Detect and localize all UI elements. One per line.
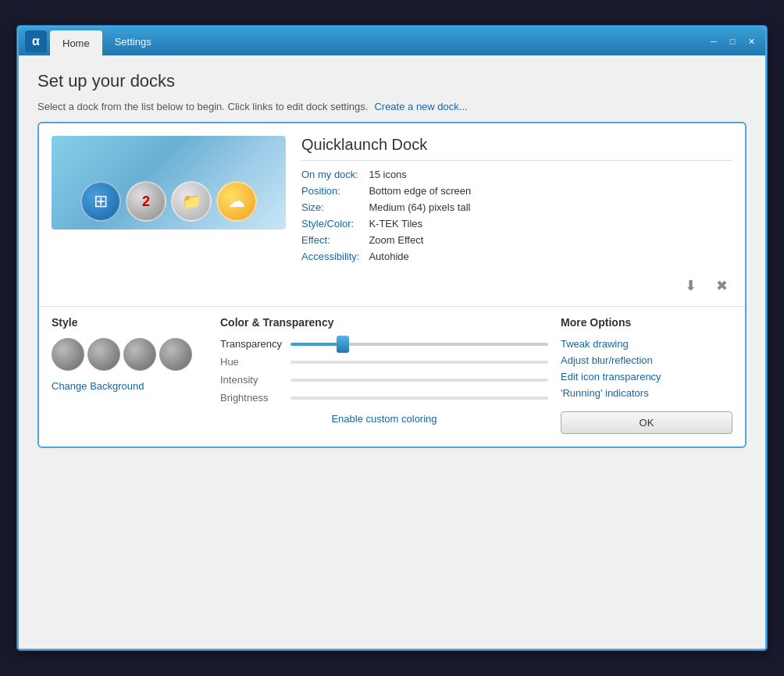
app-logo: α bbox=[25, 30, 47, 52]
intensity-slider-row: Intensity bbox=[220, 374, 548, 386]
dock-icon-folder bbox=[171, 181, 212, 222]
minimize-button[interactable]: ─ bbox=[706, 35, 722, 48]
restore-button[interactable]: □ bbox=[725, 35, 740, 48]
prop-label-style[interactable]: Style/Color: bbox=[301, 218, 359, 229]
create-dock-link[interactable]: Create a new dock... bbox=[374, 101, 467, 112]
prop-value-accessibility: Autohide bbox=[369, 251, 732, 262]
page-title: Set up your docks bbox=[37, 71, 747, 91]
dock-actions: ⬇ ✖ bbox=[52, 272, 732, 297]
style-section: Style Change Background bbox=[52, 316, 208, 434]
title-bar: α Home Settings ─ □ ✕ bbox=[19, 27, 765, 55]
transparency-slider-row: Transparency bbox=[220, 338, 548, 350]
dock-title: Quicklaunch Dock bbox=[301, 136, 732, 161]
style-icons bbox=[52, 338, 208, 371]
brightness-slider-track bbox=[290, 397, 548, 400]
more-options-title: More Options bbox=[561, 316, 732, 329]
style-icon-1[interactable] bbox=[52, 338, 84, 371]
style-icon-4[interactable] bbox=[159, 338, 192, 371]
more-options-list: Tweak drawing Adjust blur/reflection Edi… bbox=[561, 338, 732, 399]
prop-label-size: Size: bbox=[301, 201, 359, 213]
prop-label-position: Position: bbox=[301, 185, 359, 197]
prop-value-position: Bottom edge of screen bbox=[369, 185, 732, 197]
transparency-label: Transparency bbox=[220, 338, 283, 350]
prop-label-accessibility: Accessibility: bbox=[301, 251, 359, 262]
intensity-label: Intensity bbox=[220, 374, 283, 386]
prop-value-on-my-dock: 15 icons bbox=[369, 169, 732, 180]
tab-home[interactable]: Home bbox=[50, 30, 102, 55]
style-icon-3[interactable] bbox=[123, 338, 156, 371]
prop-label-on-my-dock[interactable]: On my dock: bbox=[301, 169, 359, 180]
dock-details: Quicklaunch Dock On my dock: 15 icons Po… bbox=[301, 136, 732, 262]
dock-panel: Quicklaunch Dock On my dock: 15 icons Po… bbox=[37, 122, 747, 448]
color-section-title: Color & Transparency bbox=[220, 316, 548, 329]
edit-icon-transparency-link[interactable]: Edit icon transparency bbox=[561, 371, 732, 382]
prop-label-effect: Effect: bbox=[301, 234, 359, 246]
tab-settings[interactable]: Settings bbox=[102, 30, 164, 52]
transparency-slider-thumb[interactable] bbox=[337, 336, 349, 353]
adjust-blur-link[interactable]: Adjust blur/reflection bbox=[561, 354, 732, 366]
style-section-title: Style bbox=[52, 316, 208, 329]
prop-value-effect: Zoom Effect bbox=[369, 234, 732, 246]
ok-button[interactable]: OK bbox=[561, 411, 732, 434]
enable-coloring-button[interactable]: Enable custom coloring bbox=[331, 413, 437, 425]
transparency-slider-track[interactable] bbox=[290, 343, 548, 346]
delete-button[interactable]: ✖ bbox=[711, 275, 732, 297]
dock-icon-weather bbox=[216, 181, 257, 222]
change-background-button[interactable]: Change Background bbox=[52, 380, 144, 392]
style-icon-2[interactable] bbox=[87, 338, 120, 371]
dock-icon-windows bbox=[80, 181, 121, 222]
page-subtitle: Select a dock from the list below to beg… bbox=[37, 101, 747, 112]
brightness-label: Brightness bbox=[220, 392, 283, 404]
divider bbox=[39, 306, 745, 307]
window-controls: ─ □ ✕ bbox=[706, 35, 759, 48]
main-window: α Home Settings ─ □ ✕ Set up your docks … bbox=[17, 26, 767, 650]
color-section: Color & Transparency Transparency Hue bbox=[220, 316, 548, 434]
brightness-slider-row: Brightness bbox=[220, 392, 548, 404]
close-button[interactable]: ✕ bbox=[743, 35, 759, 48]
more-options-section: More Options Tweak drawing Adjust blur/r… bbox=[561, 316, 732, 434]
tweak-drawing-link[interactable]: Tweak drawing bbox=[561, 338, 732, 350]
prop-value-style: K-TEK Tiles bbox=[369, 218, 732, 229]
content-area: Set up your docks Select a dock from the… bbox=[19, 55, 765, 649]
intensity-slider-track bbox=[290, 379, 548, 382]
options-row: Style Change Background Color & Transpar… bbox=[52, 316, 732, 434]
running-indicators-link[interactable]: 'Running' indicators bbox=[561, 387, 732, 399]
prop-value-size: Medium (64) pixels tall bbox=[369, 201, 732, 213]
dock-properties: On my dock: 15 icons Position: Bottom ed… bbox=[301, 169, 732, 262]
dock-preview bbox=[52, 136, 286, 229]
hue-label: Hue bbox=[220, 356, 283, 368]
hue-slider-track bbox=[290, 361, 548, 364]
dock-icon-calendar bbox=[126, 181, 166, 222]
download-button[interactable]: ⬇ bbox=[679, 275, 701, 297]
dock-info-row: Quicklaunch Dock On my dock: 15 icons Po… bbox=[52, 136, 732, 262]
hue-slider-row: Hue bbox=[220, 356, 548, 368]
